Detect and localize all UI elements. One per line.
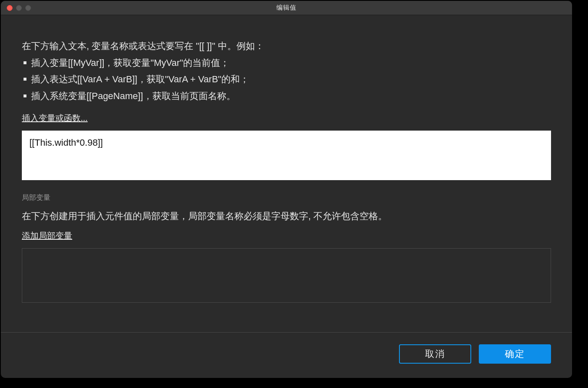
- instruction-item: 插入系统变量[[PageName]]，获取当前页面名称。: [22, 88, 551, 105]
- instructions-bullets: 插入变量[[MyVar]]，获取变量"MyVar"的当前值； 插入表达式[[Va…: [22, 55, 551, 105]
- edit-value-dialog: 编辑值 在下方输入文本, 变量名称或表达式要写在 "[[ ]]" 中。例如： 插…: [1, 1, 572, 378]
- instruction-item: 插入变量[[MyVar]]，获取变量"MyVar"的当前值；: [22, 55, 551, 71]
- local-variables-label: 局部变量: [22, 193, 551, 202]
- zoom-icon: [25, 5, 31, 11]
- dialog-footer: 取消 确定: [1, 332, 572, 378]
- instructions-block: 在下方输入文本, 变量名称或表达式要写在 "[[ ]]" 中。例如： 插入变量[…: [22, 38, 551, 104]
- minimize-icon: [16, 5, 22, 11]
- insert-variable-link[interactable]: 插入变量或函数...: [22, 113, 551, 124]
- instructions-lead: 在下方输入文本, 变量名称或表达式要写在 "[[ ]]" 中。例如：: [22, 38, 551, 55]
- window-controls: [7, 5, 31, 11]
- add-local-variable-link[interactable]: 添加局部变量: [22, 230, 551, 241]
- dialog-content: 在下方输入文本, 变量名称或表达式要写在 "[[ ]]" 中。例如： 插入变量[…: [1, 15, 572, 332]
- expression-input[interactable]: [22, 131, 551, 180]
- window-title: 编辑值: [1, 4, 572, 12]
- close-icon[interactable]: [7, 5, 13, 11]
- titlebar: 编辑值: [1, 1, 572, 15]
- instruction-item: 插入表达式[[VarA + VarB]]，获取"VarA + VarB"的和；: [22, 71, 551, 88]
- ok-button[interactable]: 确定: [479, 344, 551, 364]
- local-variables-description: 在下方创建用于插入元件值的局部变量，局部变量名称必须是字母数字, 不允许包含空格…: [22, 208, 551, 224]
- cancel-button[interactable]: 取消: [399, 344, 471, 364]
- local-variables-area[interactable]: [22, 248, 551, 303]
